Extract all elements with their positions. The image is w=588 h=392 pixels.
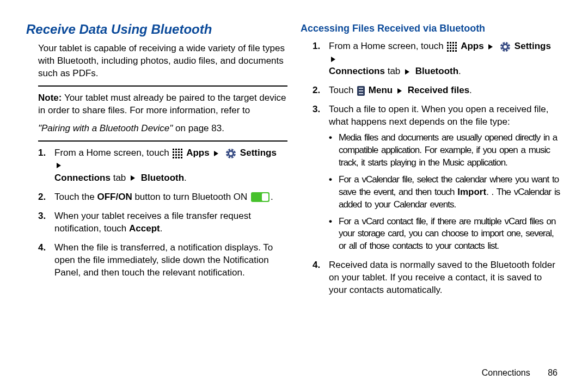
step2-a: Touch the [54,192,97,202]
page-footer: Connections 86 [482,367,558,379]
right-step-3: Touch a file to open it. When you open a… [313,103,562,253]
gear-icon [225,148,236,159]
rstep3-a: Touch a file to open it. When you open a… [329,104,549,127]
cross-ref-title: "Pairing with a Bluetooth Device" [38,123,173,133]
arrow-icon [397,88,402,94]
svg-point-1 [229,152,232,155]
section-title: Receive Data Using Bluetooth [26,21,287,38]
settings-label: Settings [240,148,277,158]
apps-icon [173,149,182,158]
right-column: Accessing Files Received via Bluetooth F… [301,17,562,381]
note-block: Note: Your tablet must already be paired… [38,92,287,117]
bluetooth-label: Bluetooth [141,173,184,183]
left-step-3: When your tablet receives a file transfe… [38,210,287,235]
right-step-4: Received data is normally saved to the B… [313,259,562,297]
rstep2-a: Touch [329,85,356,95]
step4: When the file is transferred, a notifica… [54,242,273,278]
divider-bottom [38,140,287,142]
svg-point-11 [504,45,507,48]
arrow-icon [214,151,218,156]
cross-reference: "Pairing with a Bluetooth Device" on pag… [38,122,287,135]
bullet-vcard: For a vCard contact file, if there are m… [329,216,562,253]
received-files-label: Received files [408,85,469,95]
subsection-title: Accessing Files Received via Bluetooth [301,22,562,35]
right-step-2: Touch Menu Received files. [313,84,562,97]
right-step-1: From a Home screen, touch Apps Settings … [313,40,562,78]
connections-label: Connections [54,173,111,183]
left-step-2: Touch the OFF/ON button to turn Bluetoot… [38,191,287,204]
note-label: Note: [38,93,62,103]
note-body: Your tablet must already be paired to th… [38,93,286,115]
settings-label: Settings [514,41,551,51]
menu-label: Menu [369,85,393,95]
bullet-vcalendar: For a vCalendar file, select the calenda… [329,174,562,211]
rstep1-lead: From a Home screen, touch [329,41,446,51]
tab-word: tab [388,66,403,76]
intro-paragraph: Your tablet is capable of receiving a wi… [38,42,287,80]
arrow-icon [57,163,61,168]
off-on-label: OFF/ON [97,192,132,202]
menu-icon [357,86,365,96]
bullet-media-text: Media files and documents are usually op… [339,132,557,168]
footer-section: Connections [482,368,530,377]
apps-icon [447,42,457,52]
cross-ref-tail: on page 83. [173,123,224,133]
right-steps: From a Home screen, touch Apps Settings … [313,40,562,297]
rstep4: Received data is normally saved to the B… [329,260,555,295]
apps-label: Apps [186,148,210,158]
tab-word: tab [113,173,128,183]
left-column: Receive Data Using Bluetooth Your tablet… [26,17,287,381]
step1-lead: From a Home screen, touch [54,148,171,158]
left-step-1: From a Home screen, touch Apps Settings … [38,147,287,185]
arrow-icon [488,44,493,50]
file-type-bullets: Media files and documents are usually op… [329,132,562,253]
left-step-4: When the file is transferred, a notifica… [38,242,287,279]
divider-top [38,85,287,87]
arrow-icon [131,175,135,181]
apps-label: Apps [461,41,484,51]
bullet-vcard-text: For a vCard contact file, if there are m… [339,216,555,252]
gear-icon [500,41,511,52]
connections-label: Connections [329,66,385,76]
import-label: Import [457,187,486,197]
toggle-on-icon [251,192,270,202]
arrow-icon [331,57,335,62]
footer-page-number: 86 [548,368,558,377]
accept-label: Accept [129,223,160,234]
left-steps: From a Home screen, touch Apps Settings … [38,147,287,279]
bluetooth-label: Bluetooth [415,66,458,76]
arrow-icon [405,69,409,75]
step2-c: button to turn Bluetooth ON [134,192,250,202]
bullet-media: Media files and documents are usually op… [329,132,562,169]
